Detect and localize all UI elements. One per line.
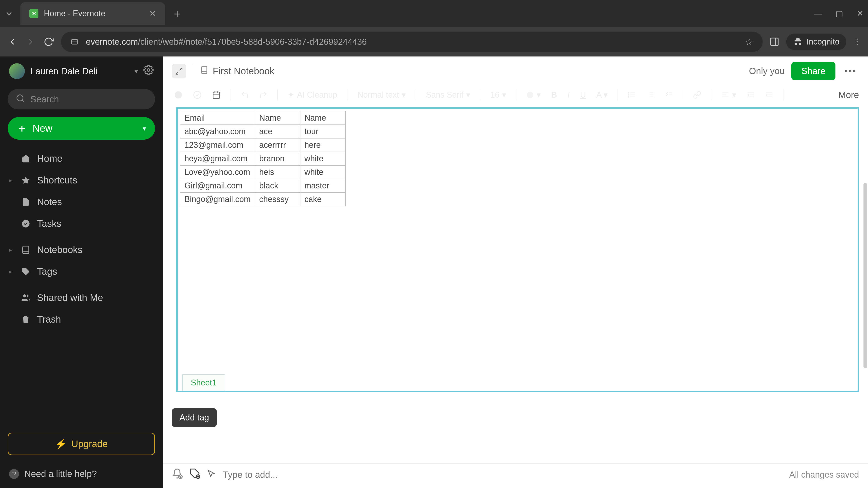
table-cell[interactable]: cake [300,193,345,206]
sidebar-item-shared-with-me[interactable]: ▸Shared with Me [0,287,163,308]
table-row[interactable]: Girl@gmail.comblackmaster [180,179,345,193]
table-cell[interactable]: black [255,179,300,193]
table-cell[interactable]: here [300,138,345,152]
align-button[interactable]: ▾ [719,89,739,101]
highlight-button[interactable]: A ▾ [594,89,610,101]
outdent-button[interactable] [744,90,757,100]
add-tag-button[interactable] [189,468,200,481]
sidebar-item-tags[interactable]: ▸Tags [0,261,163,283]
nav-reload-button[interactable] [43,36,54,47]
tag-icon [21,267,31,276]
incognito-badge[interactable]: Incognito [786,34,846,50]
notebook-breadcrumb[interactable]: First Notebook [200,66,274,76]
sidebar-item-label: Trash [37,314,61,325]
tab-close-button[interactable]: ✕ [149,9,156,18]
notebook-icon [200,66,208,76]
note-more-menu[interactable]: ••• [842,66,859,76]
help-label: Need a little help? [24,469,97,479]
numbered-list-button[interactable] [644,90,657,100]
insert-button[interactable] [172,89,185,101]
toolbar-more-button[interactable]: More [838,90,859,100]
svg-point-13 [194,91,201,98]
paragraph-style-select[interactable]: Normal text ▾ [355,89,408,101]
share-button[interactable]: Share [792,62,835,80]
table-cell[interactable]: Bingo@gmail.com [180,193,255,206]
expand-note-button[interactable] [172,64,186,78]
table-header-cell[interactable]: Name [255,111,300,125]
table-cell[interactable]: abc@yahoo.com [180,125,255,138]
table-cell[interactable]: chesssy [255,193,300,206]
text-color-button[interactable]: ▾ [524,89,543,101]
table-cell[interactable]: heya@gmail.com [180,152,255,165]
sidebar-item-notes[interactable]: ▸Notes [0,191,163,213]
link-button[interactable] [691,90,704,100]
table-header-cell[interactable]: Name [300,111,345,125]
font-family-select[interactable]: Sans Serif ▾ [424,89,472,101]
table-cell[interactable]: ace [255,125,300,138]
table-cell[interactable]: white [300,165,345,179]
table-row[interactable]: Love@yahoo.comheiswhite [180,165,345,179]
table-header-cell[interactable]: Email [180,111,255,125]
browser-tab-active[interactable]: ✶ Home - Evernote ✕ [20,2,165,25]
help-link[interactable]: ? Need a little help? [0,462,163,488]
checklist-button[interactable] [662,90,675,100]
table-row[interactable]: Bingo@gmail.comchesssycake [180,193,345,206]
indent-button[interactable] [763,90,776,100]
browser-menu-button[interactable]: ⋮ [853,37,861,46]
url-input[interactable]: evernote.com/client/web#/note/f5170be5-5… [61,32,763,52]
table-cell[interactable]: acerrrrr [255,138,300,152]
table-row[interactable]: 123@gmail.comacerrrrrhere [180,138,345,152]
undo-button[interactable] [239,90,251,100]
tag-input[interactable] [223,470,337,480]
sheet-tab[interactable]: Sheet1 [182,375,225,391]
spreadsheet-embed[interactable]: EmailNameNameabc@yahoo.comacetour123@gma… [176,107,859,392]
window-minimize-button[interactable]: — [814,9,822,18]
task-button[interactable] [191,89,204,101]
table-cell[interactable]: branon [255,152,300,165]
bullet-list-button[interactable] [625,90,638,100]
font-size-select[interactable]: 16 ▾ [488,89,508,101]
table-cell[interactable]: white [300,152,345,165]
search-input[interactable]: Search [8,89,155,109]
table-cell[interactable]: Love@yahoo.com [180,165,255,179]
window-maximize-button[interactable]: ▢ [835,9,843,18]
window-close-button[interactable]: ✕ [857,9,864,18]
bookmark-star-button[interactable]: ☆ [745,36,754,47]
sidebar-item-trash[interactable]: ▸Trash [0,308,163,330]
svg-marker-7 [22,176,29,184]
table-cell[interactable]: master [300,179,345,193]
italic-button[interactable]: I [565,89,572,101]
table-cell[interactable]: heis [255,165,300,179]
ai-cleanup-button[interactable]: ✦AI Cleanup [285,89,340,101]
upgrade-button[interactable]: ⚡ Upgrade [8,433,155,455]
svg-point-22 [628,93,629,93]
nav-back-button[interactable] [7,36,18,47]
table-cell[interactable]: tour [300,125,345,138]
redo-button[interactable] [257,90,270,100]
svg-rect-2 [771,38,778,46]
bold-button[interactable]: B [549,89,559,101]
underline-button[interactable]: U [578,89,588,101]
settings-button[interactable] [143,65,154,77]
new-tab-button[interactable]: ＋ [172,6,183,21]
sidebar-item-notebooks[interactable]: ▸Notebooks [0,239,163,261]
sidebar-item-shortcuts[interactable]: ▸Shortcuts [0,169,163,191]
calendar-button[interactable] [210,89,223,101]
sidebar-item-home[interactable]: ▸Home [0,148,163,169]
sidebar-item-tasks[interactable]: ▸Tasks [0,213,163,234]
scrollbar-thumb[interactable] [864,183,867,368]
site-info-icon[interactable] [70,37,79,46]
table-row[interactable]: abc@yahoo.comacetour [180,125,345,138]
share-status[interactable]: Only you [749,66,784,76]
nav-forward-button[interactable] [25,36,36,47]
tab-search-button[interactable] [4,9,13,18]
new-note-button[interactable]: ＋ New ▾ [8,117,155,140]
add-reminder-button[interactable] [172,468,183,481]
table-cell[interactable]: 123@gmail.com [180,138,255,152]
data-table[interactable]: EmailNameNameabc@yahoo.comacetour123@gma… [180,111,346,206]
side-panel-button[interactable] [770,37,779,47]
note-body[interactable]: EmailNameNameabc@yahoo.comacetour123@gma… [163,104,868,463]
table-cell[interactable]: Girl@gmail.com [180,179,255,193]
table-row[interactable]: heya@gmail.combranonwhite [180,152,345,165]
account-switcher[interactable]: Lauren Dale Deli ▾ [0,57,163,86]
